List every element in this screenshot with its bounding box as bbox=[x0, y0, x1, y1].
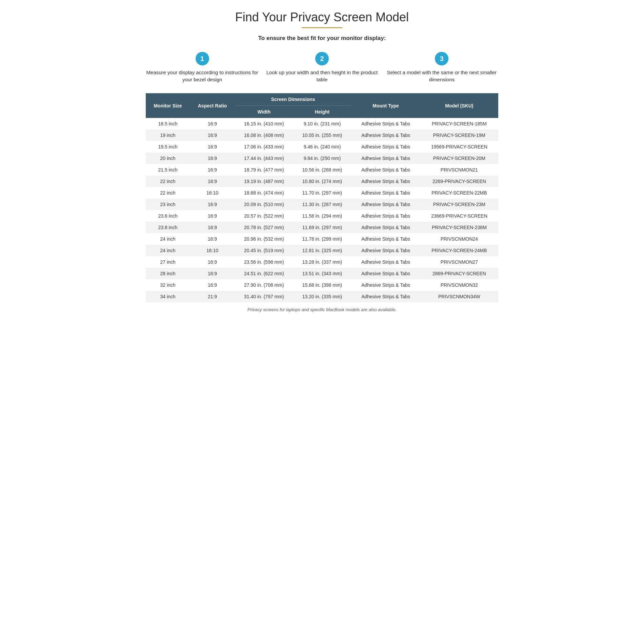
table-row: 22 inch16:919.19 in. (487 mm)10.80 in. (… bbox=[146, 176, 498, 187]
cell-10-4: Adhesive Strips & Tabs bbox=[351, 233, 420, 245]
cell-6-3: 11.70 in. (297 mm) bbox=[293, 187, 351, 199]
col-aspect-ratio-header: Aspect Ratio bbox=[190, 93, 235, 118]
cell-6-2: 18.68 in. (474 mm) bbox=[235, 187, 293, 199]
steps-container: 1 Measure your display according to inst… bbox=[146, 52, 498, 83]
table-row: 18.5 inch16:916.15 in. (410 mm)9.10 in. … bbox=[146, 118, 498, 129]
cell-8-5: 23669-PRIVACY-SCREEN bbox=[420, 210, 498, 222]
cell-14-2: 27.90 in. (708 mm) bbox=[235, 279, 293, 291]
cell-4-1: 16:9 bbox=[190, 164, 235, 176]
cell-1-3: 10.05 in. (255 mm) bbox=[293, 129, 351, 141]
footer-note: Privacy screens for laptops and specific… bbox=[146, 307, 498, 312]
cell-12-3: 13.28 in. (337 mm) bbox=[293, 256, 351, 268]
cell-10-3: 11.78 in. (299 mm) bbox=[293, 233, 351, 245]
cell-8-1: 16:9 bbox=[190, 210, 235, 222]
cell-9-5: PRIVACY-SCREEN-238M bbox=[420, 222, 498, 233]
cell-12-2: 23.56 in. (598 mm) bbox=[235, 256, 293, 268]
cell-12-4: Adhesive Strips & Tabs bbox=[351, 256, 420, 268]
col-mount-type-header: Mount Type bbox=[351, 93, 420, 118]
cell-13-4: Adhesive Strips & Tabs bbox=[351, 268, 420, 279]
cell-7-3: 11.30 in. (287 mm) bbox=[293, 199, 351, 210]
table-row: 32 inch16:927.90 in. (708 mm)15.68 in. (… bbox=[146, 279, 498, 291]
cell-1-4: Adhesive Strips & Tabs bbox=[351, 129, 420, 141]
decorative-line bbox=[302, 27, 342, 28]
cell-14-5: PRIVSCNMON32 bbox=[420, 279, 498, 291]
table-row: 22 inch16:1018.68 in. (474 mm)11.70 in. … bbox=[146, 187, 498, 199]
step-3-circle: 3 bbox=[435, 52, 448, 65]
table-row: 24 inch16:1020.45 in. (519 mm)12.81 in. … bbox=[146, 245, 498, 256]
table-row: 23.6 inch16:920.57 in. (522 mm)11.58 in.… bbox=[146, 210, 498, 222]
cell-2-4: Adhesive Strips & Tabs bbox=[351, 141, 420, 153]
cell-9-2: 20.78 in. (527 mm) bbox=[235, 222, 293, 233]
col-sku-header: Model (SKU) bbox=[420, 93, 498, 118]
cell-12-0: 27 inch bbox=[146, 256, 190, 268]
cell-11-0: 24 inch bbox=[146, 245, 190, 256]
cell-0-5: PRIVACY-SCREEN-185M bbox=[420, 118, 498, 129]
step-1: 1 Measure your display according to inst… bbox=[146, 52, 259, 83]
cell-9-0: 23.8 inch bbox=[146, 222, 190, 233]
cell-2-0: 19.5 inch bbox=[146, 141, 190, 153]
cell-5-3: 10.80 in. (274 mm) bbox=[293, 176, 351, 187]
cell-15-4: Adhesive Strips & Tabs bbox=[351, 291, 420, 302]
cell-8-2: 20.57 in. (522 mm) bbox=[235, 210, 293, 222]
cell-3-2: 17.44 in. (443 mm) bbox=[235, 153, 293, 164]
cell-13-2: 24.51 in. (622 mm) bbox=[235, 268, 293, 279]
cell-5-2: 19.19 in. (487 mm) bbox=[235, 176, 293, 187]
table-row: 23 inch16:920.09 in. (510 mm)11.30 in. (… bbox=[146, 199, 498, 210]
cell-14-0: 32 inch bbox=[146, 279, 190, 291]
cell-9-1: 16:9 bbox=[190, 222, 235, 233]
table-row: 19 inch16:916.08 in. (408 mm)10.05 in. (… bbox=[146, 129, 498, 141]
cell-10-0: 24 inch bbox=[146, 233, 190, 245]
cell-7-0: 23 inch bbox=[146, 199, 190, 210]
step-1-circle: 1 bbox=[196, 52, 209, 65]
cell-6-4: Adhesive Strips & Tabs bbox=[351, 187, 420, 199]
cell-14-3: 15.68 in. (398 mm) bbox=[293, 279, 351, 291]
cell-0-2: 16.15 in. (410 mm) bbox=[235, 118, 293, 129]
subtitle: To ensure the best fit for your monitor … bbox=[146, 35, 498, 42]
product-table: Monitor Size Aspect Ratio Screen Dimensi… bbox=[146, 93, 498, 302]
col-screen-dimensions-header: Screen Dimensions bbox=[235, 93, 351, 106]
cell-15-2: 31.40 in. (797 mm) bbox=[235, 291, 293, 302]
cell-10-1: 16:9 bbox=[190, 233, 235, 245]
cell-11-5: PRIVACY-SCREEN-24MB bbox=[420, 245, 498, 256]
cell-2-1: 16:9 bbox=[190, 141, 235, 153]
cell-13-1: 16:9 bbox=[190, 268, 235, 279]
cell-7-4: Adhesive Strips & Tabs bbox=[351, 199, 420, 210]
cell-14-4: Adhesive Strips & Tabs bbox=[351, 279, 420, 291]
cell-15-1: 21:9 bbox=[190, 291, 235, 302]
cell-5-4: Adhesive Strips & Tabs bbox=[351, 176, 420, 187]
cell-11-2: 20.45 in. (519 mm) bbox=[235, 245, 293, 256]
cell-5-5: 2269-PRIVACY-SCREEN bbox=[420, 176, 498, 187]
cell-0-1: 16:9 bbox=[190, 118, 235, 129]
cell-8-0: 23.6 inch bbox=[146, 210, 190, 222]
table-row: 34 inch21:931.40 in. (797 mm)13.20 in. (… bbox=[146, 291, 498, 302]
cell-13-3: 13.51 in. (343 mm) bbox=[293, 268, 351, 279]
cell-7-2: 20.09 in. (510 mm) bbox=[235, 199, 293, 210]
cell-15-0: 34 inch bbox=[146, 291, 190, 302]
cell-10-2: 20.96 in. (532 mm) bbox=[235, 233, 293, 245]
cell-2-3: 9.46 in. (240 mm) bbox=[293, 141, 351, 153]
cell-7-5: PRIVACY-SCREEN-23M bbox=[420, 199, 498, 210]
cell-4-0: 21.5 inch bbox=[146, 164, 190, 176]
table-row: 19.5 inch16:917.06 in. (433 mm)9.46 in. … bbox=[146, 141, 498, 153]
step-2: 2 Look up your width and then height in … bbox=[265, 52, 378, 83]
cell-3-0: 20 inch bbox=[146, 153, 190, 164]
col-monitor-size-header: Monitor Size bbox=[146, 93, 190, 118]
cell-1-0: 19 inch bbox=[146, 129, 190, 141]
cell-15-5: PRIVSCNMON34W bbox=[420, 291, 498, 302]
step-1-text: Measure your display according to instru… bbox=[146, 69, 259, 83]
cell-15-3: 13.20 in. (335 mm) bbox=[293, 291, 351, 302]
page-title: Find Your Privacy Screen Model bbox=[146, 10, 498, 24]
step-2-circle: 2 bbox=[315, 52, 329, 65]
cell-6-1: 16:10 bbox=[190, 187, 235, 199]
cell-14-1: 16:9 bbox=[190, 279, 235, 291]
cell-9-4: Adhesive Strips & Tabs bbox=[351, 222, 420, 233]
cell-8-4: Adhesive Strips & Tabs bbox=[351, 210, 420, 222]
col-width-header: Width bbox=[235, 106, 293, 118]
cell-5-0: 22 inch bbox=[146, 176, 190, 187]
cell-13-5: 2869-PRIVACY-SCREEN bbox=[420, 268, 498, 279]
cell-0-4: Adhesive Strips & Tabs bbox=[351, 118, 420, 129]
cell-1-5: PRIVACY-SCREEN-19M bbox=[420, 129, 498, 141]
cell-6-0: 22 inch bbox=[146, 187, 190, 199]
table-row: 28 inch16:924.51 in. (622 mm)13.51 in. (… bbox=[146, 268, 498, 279]
step-3-text: Select a model with the same or the next… bbox=[385, 69, 498, 83]
